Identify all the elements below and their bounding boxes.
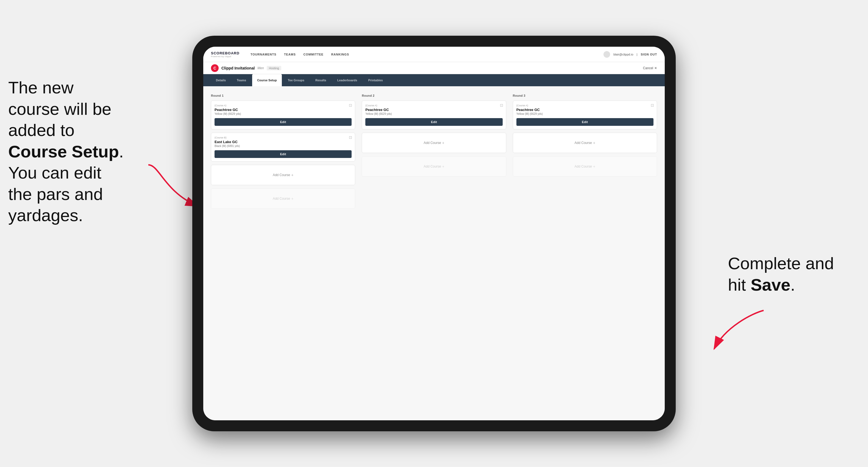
round1-course-b-badge: (Course B): [215, 136, 351, 139]
round1-add-course-text: Add Course +: [273, 173, 293, 177]
round1-course-a-details: Yellow (M) (6629 yds): [215, 112, 351, 115]
tournament-status: Hosting: [267, 66, 281, 70]
round3-course-a-delete-icon[interactable]: ⊡: [651, 103, 654, 107]
round2-course-a-card: (Course A) Peachtree GC Yellow (M) (6629…: [362, 100, 506, 129]
annotation-course-setup: Course Setup: [8, 142, 119, 161]
annotation-line7: yardages.: [8, 206, 83, 225]
round1-course-b-delete-icon[interactable]: ⊡: [349, 135, 352, 139]
scoreboard-logo: SCOREBOARD Powered by clippd: [211, 51, 240, 58]
round1-course-a-delete-icon[interactable]: ⊡: [349, 103, 352, 107]
round1-course-b-details: Black (M) (6891 yds): [215, 145, 351, 148]
cancel-icon: ✕: [654, 66, 657, 70]
round2-course-a-details: Yellow (M) (6629 yds): [365, 112, 502, 115]
round1-course-a-edit-button[interactable]: Edit: [215, 118, 351, 126]
round3-course-a-card: (Course A) Peachtree GC Yellow (M) (6629…: [513, 100, 657, 129]
user-avatar: [603, 51, 610, 58]
tournament-bar: C Clippd Invitational Men Hosting Cancel…: [203, 62, 665, 74]
tournament-name-row: C Clippd Invitational Men Hosting: [211, 64, 281, 72]
round-1-column: Round 1 (Course A) Peachtree GC Yellow (…: [211, 94, 355, 212]
clippd-logo: C: [211, 64, 219, 72]
annotation-line1: The new: [8, 78, 73, 97]
nav-teams[interactable]: TEAMS: [284, 52, 296, 57]
rounds-container: Round 1 (Course A) Peachtree GC Yellow (…: [211, 94, 657, 212]
tab-tee-groups[interactable]: Tee Groups: [283, 74, 309, 86]
round3-add-course-disabled-label: Add Course: [575, 164, 592, 168]
logo-text: SCOREBOARD: [211, 51, 240, 55]
round2-add-course-button[interactable]: Add Course +: [362, 133, 506, 153]
nav-tournaments[interactable]: TOURNAMENTS: [250, 52, 276, 57]
annotation-line5: You can edit: [8, 163, 101, 182]
round3-course-a-details: Yellow (M) (6629 yds): [517, 112, 653, 115]
annotation-line3: added to: [8, 121, 74, 139]
annotation-line2: course will be: [8, 99, 112, 118]
round2-course-a-delete-icon[interactable]: ⊡: [500, 103, 503, 107]
round2-course-a-name: Peachtree GC: [365, 108, 502, 112]
round1-add-course-disabled-plus: +: [291, 196, 293, 201]
round1-add-course-label: Add Course: [273, 173, 290, 177]
tablet-device: SCOREBOARD Powered by clippd TOURNAMENTS…: [192, 36, 676, 431]
tab-teams[interactable]: Teams: [232, 74, 251, 86]
round3-add-course-disabled-plus: +: [593, 164, 595, 169]
round3-course-a-name: Peachtree GC: [517, 108, 653, 112]
round1-course-b-name: East Lake GC: [215, 140, 351, 144]
round3-add-course-button[interactable]: Add Course +: [513, 133, 657, 153]
annotation-complete: Complete and: [728, 254, 834, 273]
user-email: blair@clippd.io: [613, 53, 633, 56]
round3-course-a-edit-button[interactable]: Edit: [517, 118, 653, 126]
round1-course-a-name: Peachtree GC: [215, 108, 351, 112]
tablet-screen: SCOREBOARD Powered by clippd TOURNAMENTS…: [203, 47, 665, 420]
round-2-label: Round 2: [362, 94, 506, 97]
cancel-button[interactable]: Cancel ✕: [643, 66, 657, 70]
tab-details[interactable]: Details: [211, 74, 231, 86]
round3-add-course-plus: +: [593, 141, 595, 145]
round-3-label: Round 3: [513, 94, 657, 97]
save-arrow-icon: [698, 305, 769, 354]
round2-add-course-disabled-plus: +: [442, 164, 444, 169]
annotation-hit: hit: [728, 275, 751, 294]
tab-printables[interactable]: Printables: [363, 74, 388, 86]
cancel-label: Cancel: [643, 66, 653, 70]
powered-by-text: Powered by clippd: [211, 55, 240, 58]
tab-leaderboards[interactable]: Leaderboards: [332, 74, 362, 86]
round-3-column: Round 3 (Course A) Peachtree GC Yellow (…: [513, 94, 657, 212]
tab-bar: Details Teams Course Setup Tee Groups Re…: [203, 74, 665, 86]
annotation-save: Save: [751, 275, 790, 294]
sign-out-separator: |: [637, 53, 638, 56]
annotation-right: Complete and hit Save.: [728, 253, 860, 295]
round2-add-course-text: Add Course +: [424, 141, 444, 145]
nav-links: TOURNAMENTS TEAMS COMMITTEE RANKINGS: [250, 52, 595, 57]
round-2-column: Round 2 (Course A) Peachtree GC Yellow (…: [362, 94, 506, 212]
round1-course-a-badge: (Course A): [215, 104, 351, 107]
main-content: Round 1 (Course A) Peachtree GC Yellow (…: [203, 86, 665, 420]
round2-add-course-disabled: Add Course +: [362, 156, 506, 177]
round1-course-a-card: (Course A) Peachtree GC Yellow (M) (6629…: [211, 100, 355, 129]
round3-add-course-label: Add Course: [575, 141, 592, 145]
nav-committee[interactable]: COMMITTEE: [304, 52, 323, 57]
sign-out-link[interactable]: Sign out: [641, 52, 657, 57]
tab-results[interactable]: Results: [310, 74, 331, 86]
round3-add-course-disabled: Add Course +: [513, 156, 657, 177]
round2-course-a-edit-button[interactable]: Edit: [365, 118, 502, 126]
round1-add-course-disabled-text: Add Course +: [273, 196, 293, 201]
round3-add-course-text: Add Course +: [575, 141, 595, 145]
round-1-label: Round 1: [211, 94, 355, 97]
round1-course-b-card: (Course B) East Lake GC Black (M) (6891 …: [211, 133, 355, 161]
top-nav-right: blair@clippd.io | Sign out: [603, 51, 657, 58]
round1-add-course-plus: +: [291, 173, 293, 177]
round1-course-b-edit-button[interactable]: Edit: [215, 150, 351, 158]
round3-add-course-disabled-text: Add Course +: [575, 164, 595, 169]
tournament-title: Clippd Invitational: [221, 66, 255, 70]
round2-add-course-plus: +: [442, 141, 444, 145]
annotation-line6: the pars and: [8, 185, 103, 204]
nav-rankings[interactable]: RANKINGS: [331, 52, 349, 57]
round2-add-course-label: Add Course: [424, 141, 441, 145]
round2-add-course-disabled-label: Add Course: [424, 164, 441, 168]
tab-course-setup[interactable]: Course Setup: [252, 74, 282, 86]
round2-course-a-badge: (Course A): [365, 104, 502, 107]
top-navigation: SCOREBOARD Powered by clippd TOURNAMENTS…: [203, 47, 665, 62]
round3-course-a-badge: (Course A): [517, 104, 653, 107]
round1-add-course-disabled: Add Course +: [211, 188, 355, 209]
round1-add-course-button[interactable]: Add Course +: [211, 165, 355, 185]
round2-add-course-disabled-text: Add Course +: [424, 164, 444, 169]
round1-add-course-disabled-label: Add Course: [273, 197, 290, 200]
